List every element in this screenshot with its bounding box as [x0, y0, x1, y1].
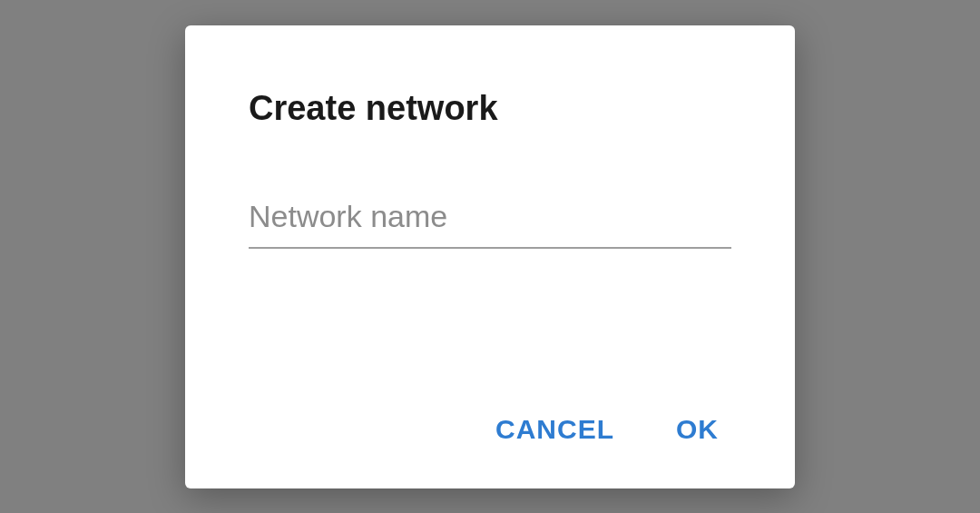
ok-button[interactable]: OK	[672, 407, 722, 452]
cancel-button[interactable]: CANCEL	[492, 407, 618, 452]
input-wrapper	[249, 192, 731, 407]
create-network-dialog: Create network CANCEL OK	[185, 25, 795, 488]
dialog-actions: CANCEL OK	[249, 407, 731, 452]
dialog-title: Create network	[249, 89, 731, 128]
network-name-input[interactable]	[249, 192, 731, 249]
